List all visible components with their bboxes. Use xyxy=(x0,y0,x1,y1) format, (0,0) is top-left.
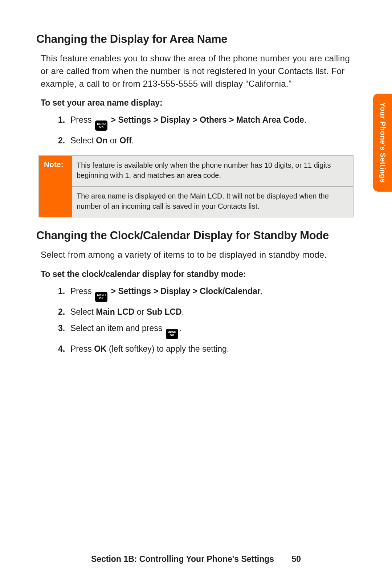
step-item: 3. Select an item and press MENUOK. xyxy=(58,322,356,339)
subhead-clock-calendar: To set the clock/calendar display for st… xyxy=(41,269,356,279)
side-tab: Your Phone's Settings xyxy=(373,94,392,192)
step-item: 1. Press MENUOK > Settings > Display > C… xyxy=(58,285,356,302)
step-item: 1. Press MENUOK > Settings > Display > O… xyxy=(58,114,356,131)
step-text: Select On or Off. xyxy=(70,134,356,147)
heading-clock-calendar: Changing the Clock/Calendar Display for … xyxy=(36,229,356,242)
step-text: Select Main LCD or Sub LCD. xyxy=(70,306,356,319)
heading-area-name: Changing the Display for Area Name xyxy=(36,33,356,46)
step-item: 4. Press OK (left softkey) to apply the … xyxy=(58,343,356,356)
subhead-area-name: To set your area name display: xyxy=(41,98,356,108)
step-number: 3. xyxy=(58,322,70,339)
step-text: Press MENUOK > Settings > Display > Othe… xyxy=(70,114,356,131)
step-number: 1. xyxy=(58,114,70,131)
note-box: Note: This feature is available only whe… xyxy=(38,155,354,217)
menu-ok-icon: MENUOK xyxy=(166,329,178,339)
note-row: The area name is displayed on the Main L… xyxy=(72,186,353,217)
page-footer: Section 1B: Controlling Your Phone's Set… xyxy=(0,554,392,564)
footer-section: Section 1B: Controlling Your Phone's Set… xyxy=(91,554,274,564)
steps-area-name: 1. Press MENUOK > Settings > Display > O… xyxy=(58,114,356,147)
step-number: 2. xyxy=(58,306,70,319)
step-number: 1. xyxy=(58,285,70,302)
menu-ok-icon: MENUOK xyxy=(95,121,107,131)
step-text: Select an item and press MENUOK. xyxy=(70,322,356,339)
manual-page: Your Phone's Settings Changing the Displ… xyxy=(0,0,392,588)
note-row: This feature is available only when the … xyxy=(72,156,353,186)
menu-ok-icon: MENUOK xyxy=(95,292,107,302)
note-content: This feature is available only when the … xyxy=(72,156,353,217)
intro-area-name: This feature enables you to show the are… xyxy=(41,52,356,90)
note-label: Note: xyxy=(39,156,72,217)
step-number: 2. xyxy=(58,134,70,147)
footer-page-number: 50 xyxy=(292,554,301,564)
intro-clock-calendar: Select from among a variety of items to … xyxy=(41,249,356,261)
steps-clock-calendar: 1. Press MENUOK > Settings > Display > C… xyxy=(58,285,356,356)
side-tab-label: Your Phone's Settings xyxy=(379,102,387,183)
step-item: 2. Select Main LCD or Sub LCD. xyxy=(58,306,356,319)
step-item: 2. Select On or Off. xyxy=(58,134,356,147)
step-text: Press MENUOK > Settings > Display > Cloc… xyxy=(70,285,356,302)
step-text: Press OK (left softkey) to apply the set… xyxy=(70,343,356,356)
step-number: 4. xyxy=(58,343,70,356)
